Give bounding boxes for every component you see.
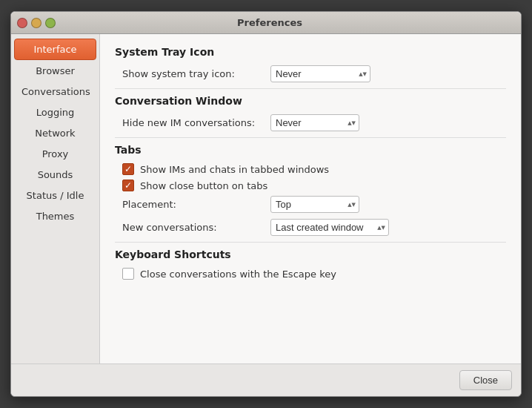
titlebar: Preferences <box>11 12 521 34</box>
show-tabbed-checkbox[interactable] <box>122 163 134 175</box>
sidebar-item-interface[interactable]: Interface <box>14 39 96 60</box>
show-close-row: Show close button on tabs <box>115 180 506 191</box>
divider-3 <box>115 242 506 243</box>
tabs-heading: Tabs <box>115 144 506 156</box>
main-panel: System Tray Icon Show system tray icon: … <box>100 34 521 363</box>
new-conversations-select-wrapper: Last created window New window Last acti… <box>270 219 389 236</box>
window-controls <box>17 18 56 28</box>
sidebar-item-status-idle[interactable]: Status / Idle <box>14 185 96 205</box>
keyboard-heading: Keyboard Shortcuts <box>115 249 506 260</box>
escape-key-label: Close conversations with the Escape key <box>140 269 336 280</box>
sidebar-item-proxy[interactable]: Proxy <box>14 144 96 164</box>
hide-im-select[interactable]: Never Always After timeout <box>270 114 359 131</box>
sidebar-item-conversations[interactable]: Conversations <box>14 82 96 102</box>
placement-label: Placement: <box>122 199 270 210</box>
show-icon-select-wrapper: Never Always Only when closed <box>270 65 370 82</box>
new-conversations-select[interactable]: Last created window New window Last acti… <box>270 219 389 236</box>
show-icon-label: Show system tray icon: <box>122 68 270 79</box>
close-button[interactable]: Close <box>459 370 512 390</box>
divider-2 <box>115 137 506 138</box>
new-conversations-label: New conversations: <box>122 222 270 233</box>
sidebar-item-sounds[interactable]: Sounds <box>14 165 96 185</box>
close-window-button[interactable] <box>17 18 27 28</box>
hide-im-select-wrapper: Never Always After timeout <box>270 114 359 131</box>
hide-im-label: Hide new IM conversations: <box>122 117 270 128</box>
placement-select-wrapper: Top Bottom Left Right <box>270 196 359 213</box>
preferences-window: Preferences Interface Browser Conversati… <box>10 11 522 397</box>
show-close-checkbox[interactable] <box>122 180 134 191</box>
sidebar-item-network[interactable]: Network <box>14 123 96 143</box>
maximize-window-button[interactable] <box>45 18 56 28</box>
system-tray-heading: System Tray Icon <box>115 46 506 58</box>
show-icon-row: Show system tray icon: Never Always Only… <box>115 65 506 82</box>
divider-1 <box>115 88 506 89</box>
show-close-label: Show close button on tabs <box>140 180 267 191</box>
new-conversations-row: New conversations: Last created window N… <box>115 219 506 236</box>
placement-row: Placement: Top Bottom Left Right <box>115 196 506 213</box>
sidebar-item-logging[interactable]: Logging <box>14 102 96 122</box>
minimize-window-button[interactable] <box>31 18 41 28</box>
placement-select[interactable]: Top Bottom Left Right <box>270 196 359 213</box>
show-tabbed-label: Show IMs and chats in tabbed windows <box>140 164 329 175</box>
escape-key-checkbox[interactable] <box>122 268 134 280</box>
escape-key-row: Close conversations with the Escape key <box>115 268 506 280</box>
sidebar-item-browser[interactable]: Browser <box>14 61 96 81</box>
conversation-window-heading: Conversation Window <box>115 95 506 107</box>
hide-im-row: Hide new IM conversations: Never Always … <box>115 114 506 131</box>
sidebar: Interface Browser Conversations Logging … <box>11 34 100 363</box>
sidebar-item-themes[interactable]: Themes <box>14 206 96 226</box>
show-tabbed-row: Show IMs and chats in tabbed windows <box>115 163 506 175</box>
content-area: Interface Browser Conversations Logging … <box>11 34 521 363</box>
window-title: Preferences <box>61 17 478 28</box>
show-icon-select[interactable]: Never Always Only when closed <box>270 65 370 82</box>
bottom-bar: Close <box>11 363 521 396</box>
